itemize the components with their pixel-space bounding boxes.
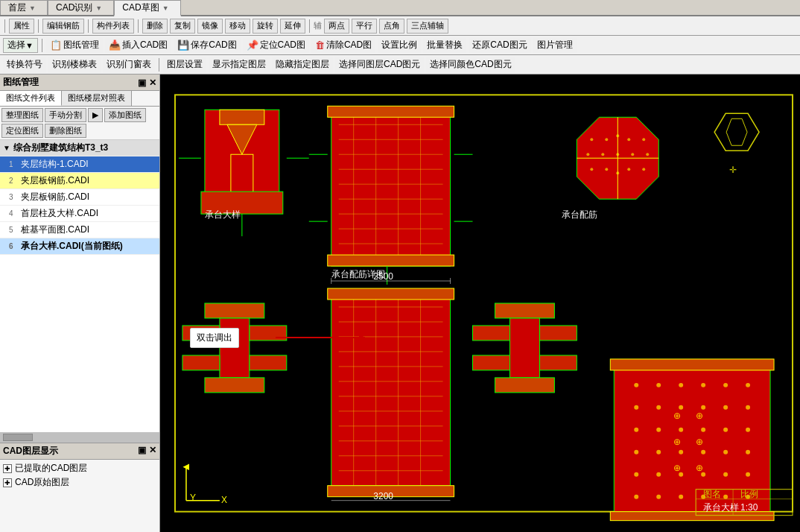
svg-text:Y: Y — [190, 493, 196, 503]
list-item-4[interactable]: 4 首层柱及大样.CADI — [0, 206, 159, 222]
layer-settings-btn[interactable]: 图层设置 — [163, 57, 206, 72]
svg-point-39 — [586, 153, 589, 156]
svg-point-119 — [723, 472, 728, 477]
svg-point-44 — [590, 168, 593, 171]
cad-drawing: ✛ 承台大样 承台配筋详图 承台配筋 — [160, 75, 800, 532]
drawing-manage-btn[interactable]: 📋 图纸管理 — [46, 38, 103, 53]
svg-text:3200: 3200 — [373, 491, 393, 501]
delete-btn[interactable]: 删除 — [142, 19, 168, 34]
delete-drawing-btn[interactable]: 删除图纸 — [45, 124, 86, 138]
svg-point-125 — [723, 495, 728, 499]
horizontal-scrollbar[interactable] — [0, 432, 159, 443]
svg-rect-3 — [220, 110, 264, 124]
tab-dropdown-icon[interactable]: ▼ — [29, 4, 39, 12]
panel-close-btn[interactable]: ✕ — [149, 77, 156, 88]
svg-point-94 — [701, 383, 705, 387]
expand-btn[interactable]: ▶ — [88, 108, 103, 122]
sep7 — [159, 58, 159, 72]
tab-strip: 首层 ▼ CAD识别 ▼ CAD草图 ▼ — [0, 0, 800, 16]
select-btn[interactable]: 选择 ▼ — [3, 38, 38, 53]
mirror-btn[interactable]: 镜像 — [197, 19, 223, 34]
annotation-box: 双击调出 — [190, 328, 239, 348]
tab-dropdown-icon3[interactable]: ▼ — [162, 4, 173, 12]
svg-point-110 — [656, 450, 661, 455]
organize-drawings-btn[interactable]: 整理图纸 — [1, 108, 43, 122]
angle-btn[interactable]: 点角 — [379, 19, 404, 34]
svg-point-46 — [616, 171, 619, 174]
folder-item[interactable]: ▼ 综合别墅建筑结构T3_t3 — [0, 140, 159, 156]
svg-point-101 — [723, 405, 728, 410]
show-layer-btn[interactable]: 显示指定图层 — [209, 57, 270, 72]
two-point-btn[interactable]: 两点 — [324, 19, 349, 34]
svg-point-112 — [701, 450, 705, 455]
add-drawing-btn[interactable]: 添加图纸 — [104, 108, 146, 122]
svg-text:⊕: ⊕ — [673, 463, 681, 473]
panel-pin-btn[interactable]: ▣ — [138, 77, 146, 88]
tab-cad识别[interactable]: CAD识别 ▼ — [48, 0, 114, 15]
layer-close-btn[interactable]: ✕ — [149, 445, 156, 457]
extend-btn[interactable]: 延伸 — [280, 19, 305, 34]
attr-btn[interactable]: 属性 — [9, 19, 34, 34]
insert-icon: 📥 — [109, 39, 121, 51]
tab-dropdown-icon2[interactable]: ▼ — [95, 4, 106, 12]
copy-btn[interactable]: 复制 — [170, 19, 195, 34]
tab-首层[interactable]: 首层 ▼ — [0, 0, 48, 15]
identify-door-btn[interactable]: 识别门窗表 — [103, 57, 155, 72]
edit-rebar-btn[interactable]: 编辑钢筋 — [42, 19, 84, 34]
parallel-btn[interactable]: 平行 — [352, 19, 377, 34]
cad-layer-panel: CAD图层显示 ▣ ✕ ✚ 已提取的CAD图层 ✚ CAD原始图层 — [0, 443, 159, 532]
save-cad-btn[interactable]: 💾 保存CAD图 — [174, 38, 240, 53]
component-list-btn[interactable]: 构件列表 — [92, 19, 134, 34]
tab-cad草图[interactable]: CAD草图 ▼ — [114, 0, 180, 16]
svg-point-37 — [627, 138, 630, 141]
identify-stair-btn[interactable]: 识别楼梯表 — [48, 57, 101, 72]
set-scale-btn[interactable]: 设置比例 — [378, 38, 421, 53]
sep5 — [309, 19, 310, 33]
list-item-6[interactable]: 6 承台大样.CADI(当前图纸) — [0, 238, 159, 255]
svg-text:⊕: ⊕ — [673, 411, 681, 421]
select-same-color-btn[interactable]: 选择同颜色CAD图元 — [426, 57, 515, 72]
select-same-layer-btn[interactable]: 选择同图层CAD图元 — [335, 57, 424, 72]
svg-text:承台配筋: 承台配筋 — [562, 209, 597, 220]
svg-point-45 — [605, 168, 608, 171]
svg-point-100 — [701, 405, 705, 410]
svg-text:⊕: ⊕ — [696, 437, 703, 447]
insert-cad-btn[interactable]: 📥 插入CAD图 — [105, 38, 171, 53]
svg-rect-62 — [331, 292, 451, 486]
sep1 — [4, 19, 5, 33]
image-manage-btn[interactable]: 图片管理 — [533, 38, 577, 53]
three-point-btn[interactable]: 三点辅轴 — [407, 19, 448, 34]
svg-rect-12 — [328, 255, 454, 266]
hide-layer-btn[interactable]: 隐藏指定图层 — [272, 57, 333, 72]
svg-rect-86 — [473, 355, 510, 370]
rotate-btn[interactable]: 旋转 — [253, 19, 278, 34]
toolbar-row3: 转换符号 识别楼梯表 识别门窗表 图层设置 显示指定图层 隐藏指定图层 选择同图… — [0, 55, 800, 75]
svg-text:2500: 2500 — [373, 271, 393, 282]
layer-pin-btn[interactable]: ▣ — [138, 445, 146, 457]
layer-checkbox-1[interactable]: ✚ — [3, 464, 12, 473]
svg-rect-84 — [473, 326, 510, 341]
locate-cad-btn[interactable]: 📌 定位CAD图 — [243, 38, 309, 53]
convert-symbol-btn[interactable]: 转换符号 — [3, 57, 46, 72]
batch-replace-btn[interactable]: 批量替换 — [423, 38, 466, 53]
list-item-5[interactable]: 5 桩基平面图.CADI — [0, 222, 159, 238]
canvas-area[interactable]: ✛ 承台大样 承台配筋详图 承台配筋 — [160, 75, 800, 532]
list-item-2[interactable]: 2 夹层板钢筋.CADI — [0, 173, 159, 189]
svg-point-121 — [634, 495, 638, 499]
manual-split-btn[interactable]: 手动分割 — [45, 108, 86, 122]
list-item-3[interactable]: 3 夹层板钢筋.CADI — [0, 189, 159, 206]
svg-text:承台大样: 承台大样 — [205, 209, 241, 220]
tab-file-list[interactable]: 图纸文件列表 — [0, 91, 62, 106]
scroll-thumb[interactable] — [3, 434, 33, 441]
locate-drawing-btn[interactable]: 定位图纸 — [1, 124, 43, 138]
clear-cad-btn[interactable]: 🗑 清除CAD图 — [311, 38, 375, 53]
svg-rect-60 — [182, 355, 220, 370]
list-item-1[interactable]: 1 夹层结构-1.CADI — [0, 156, 159, 173]
svg-text:图名: 图名 — [703, 489, 721, 499]
clear-icon: 🗑 — [315, 39, 325, 51]
restore-cad-btn[interactable]: 还原CAD图元 — [469, 38, 530, 53]
layer-checkbox-2[interactable]: ✚ — [3, 478, 12, 487]
sep3 — [88, 19, 89, 33]
move-btn[interactable]: 移动 — [225, 19, 250, 34]
tab-floor-mapping[interactable]: 图纸楼层对照表 — [62, 91, 132, 106]
